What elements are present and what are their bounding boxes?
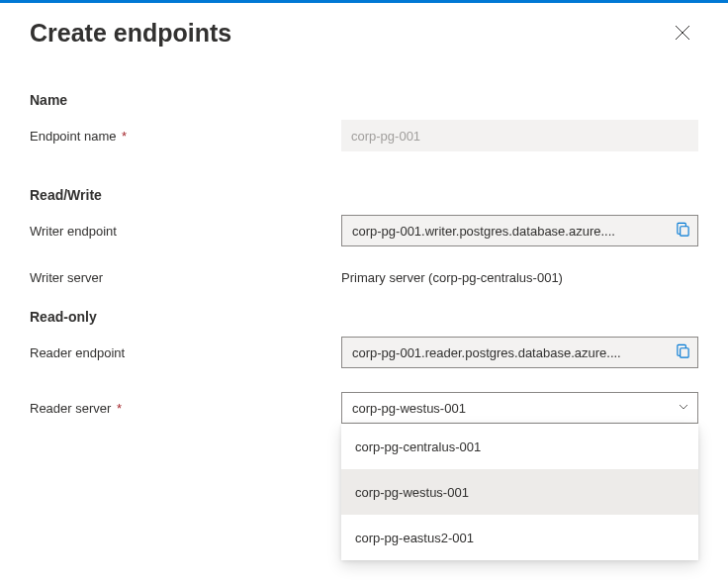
copy-writer-endpoint-button[interactable] bbox=[672, 220, 693, 242]
copy-reader-endpoint-button[interactable] bbox=[672, 341, 693, 363]
reader-endpoint-label: Reader endpoint bbox=[30, 345, 125, 360]
writer-server-value: Primary server (corp-pg-centralus-001) bbox=[341, 270, 563, 285]
reader-server-label: Reader server bbox=[30, 401, 111, 416]
dropdown-option[interactable]: corp-pg-eastus2-001 bbox=[341, 515, 698, 560]
dropdown-option[interactable]: corp-pg-westus-001 bbox=[341, 469, 698, 515]
section-readonly-label: Read-only bbox=[30, 309, 698, 325]
writer-endpoint-value: corp-pg-001.writer.postgres.database.azu… bbox=[352, 224, 672, 239]
endpoint-name-input[interactable] bbox=[341, 120, 698, 151]
writer-server-label: Writer server bbox=[30, 270, 103, 285]
reader-server-selected: corp-pg-westus-001 bbox=[352, 401, 466, 416]
close-icon bbox=[675, 25, 690, 41]
reader-server-dropdown: corp-pg-centralus-001 corp-pg-westus-001… bbox=[341, 424, 698, 560]
dropdown-option[interactable]: corp-pg-centralus-001 bbox=[341, 424, 698, 469]
endpoint-name-label: Endpoint name bbox=[30, 129, 116, 144]
reader-endpoint-value: corp-pg-001.reader.postgres.database.azu… bbox=[352, 345, 672, 360]
svg-rect-2 bbox=[680, 227, 687, 236]
required-marker: * bbox=[118, 129, 127, 144]
section-name-label: Name bbox=[30, 92, 698, 108]
copy-icon bbox=[676, 222, 690, 240]
close-button[interactable] bbox=[667, 17, 698, 49]
required-marker: * bbox=[113, 401, 122, 416]
section-readwrite-label: Read/Write bbox=[30, 187, 698, 203]
copy-icon bbox=[676, 343, 690, 361]
writer-endpoint-field: corp-pg-001.writer.postgres.database.azu… bbox=[341, 215, 698, 246]
svg-rect-3 bbox=[680, 348, 687, 357]
reader-server-select[interactable]: corp-pg-westus-001 bbox=[341, 392, 698, 424]
writer-endpoint-label: Writer endpoint bbox=[30, 224, 117, 239]
page-title: Create endpoints bbox=[30, 19, 231, 48]
reader-endpoint-field: corp-pg-001.reader.postgres.database.azu… bbox=[341, 337, 698, 368]
chevron-down-icon bbox=[678, 401, 689, 416]
